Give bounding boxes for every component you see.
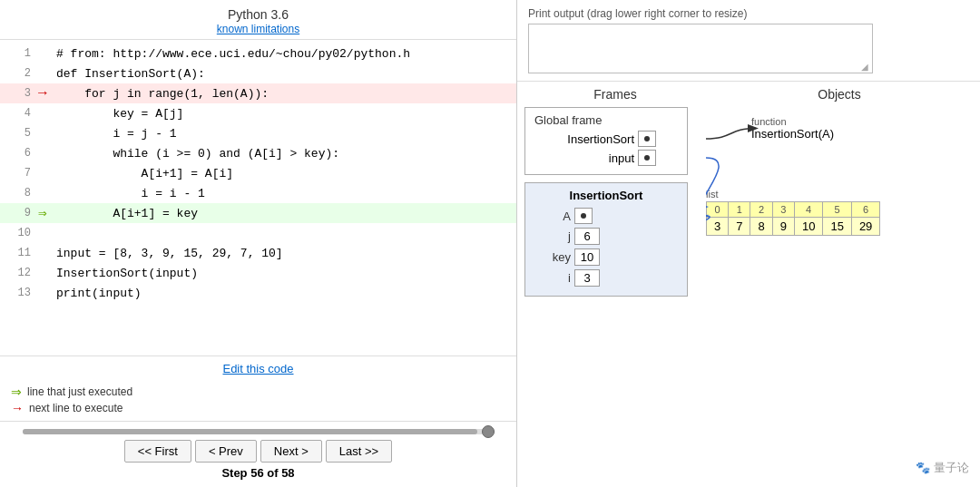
code-line-3: 3→ for j in range(1, len(A)): — [0, 83, 516, 103]
code-line-8: 8 i = i - 1 — [0, 183, 516, 203]
list-index-0: 0 — [707, 202, 729, 218]
objects-header: Objects — [706, 87, 973, 102]
edit-this-code-link[interactable]: Edit this code — [222, 362, 293, 375]
list-table: 0123456 3789101529 — [706, 201, 880, 236]
code-area: 1# from: http://www.ece.uci.edu/~chou/py… — [0, 40, 516, 356]
line-num-2: 2 — [4, 67, 31, 80]
is-row-key: key 10 — [534, 248, 678, 266]
list-index-2: 2 — [750, 202, 772, 218]
slider-thumb[interactable] — [482, 425, 495, 438]
code-text-4: key = A[j] — [56, 107, 183, 121]
print-output-box[interactable]: ◢ — [528, 24, 873, 73]
global-frame-insertionsort-dot-box — [638, 131, 656, 147]
line-num-9: 9 — [4, 207, 31, 219]
line-num-13: 13 — [4, 287, 31, 299]
resize-handle-icon[interactable]: ◢ — [861, 62, 870, 71]
frames-objects-area: Frames Objects Global frame InsertionSor… — [517, 82, 980, 487]
step-info: Step 56 of 58 — [221, 466, 294, 480]
code-text-11: input = [8, 3, 9, 15, 29, 7, 10] — [56, 247, 283, 260]
legend-red-arrow-icon: → — [11, 401, 24, 415]
global-frame-row-input: input — [534, 150, 678, 166]
fo-content: Global frame InsertionSort input — [524, 107, 973, 487]
global-frame-box: Global frame InsertionSort input — [524, 107, 688, 175]
is-row-a-label: A — [534, 209, 571, 223]
frames-header: Frames — [524, 87, 706, 102]
left-panel: Python 3.6 known limitations 1# from: ht… — [0, 0, 517, 487]
line-num-3: 3 — [4, 87, 31, 100]
list-value-4: 10 — [794, 218, 822, 236]
code-text-3: for j in range(1, len(A)): — [56, 87, 269, 101]
watermark: 🐾 量子论 — [916, 460, 969, 476]
list-index-5: 5 — [823, 202, 851, 218]
line-num-10: 10 — [4, 227, 31, 239]
objects-col: function InsertionSort(A) list 0123456 3… — [706, 107, 973, 487]
is-row-a: A — [534, 208, 678, 224]
list-value-0: 3 — [707, 218, 729, 236]
frames-col: Global frame InsertionSort input — [524, 107, 706, 487]
list-value-5: 15 — [823, 218, 851, 236]
list-value-6: 29 — [851, 218, 879, 236]
insertion-sort-frame-title: InsertionSort — [534, 189, 678, 202]
is-row-a-dot-box — [574, 208, 593, 224]
global-frame-insertionsort-label: InsertionSort — [534, 132, 634, 146]
line-arrow-3: → — [38, 85, 56, 102]
function-name: InsertionSort(A) — [751, 127, 834, 141]
code-line-13: 13print(input) — [0, 283, 516, 303]
code-line-4: 4 key = A[j] — [0, 103, 516, 123]
code-line-1: 1# from: http://www.ece.uci.edu/~chou/py… — [0, 44, 516, 63]
slider-fill — [23, 429, 478, 434]
slider-track[interactable] — [23, 429, 495, 434]
list-index-6: 6 — [851, 202, 879, 218]
global-frame-label: Global frame — [534, 113, 678, 127]
line-arrow-9: ⇒ — [38, 204, 56, 222]
code-line-9: 9⇒ A[i+1] = key — [0, 203, 516, 223]
fo-header: Frames Objects — [524, 82, 973, 107]
list-obj-box: list 0123456 3789101529 — [706, 189, 880, 236]
is-row-key-value: 10 — [574, 248, 600, 266]
legend-red-text: next line to execute — [29, 402, 122, 414]
is-row-j-value: 6 — [574, 228, 600, 245]
legend-area: ⇒ line that just executed → next line to… — [0, 381, 516, 421]
is-row-key-label: key — [534, 250, 571, 264]
watermark-text: 量子论 — [934, 461, 969, 474]
print-output-label: Print output (drag lower right corner to… — [528, 7, 969, 20]
python-header: Python 3.6 known limitations — [0, 0, 516, 40]
prev-button[interactable]: < Prev — [195, 440, 257, 463]
is-row-a-dot — [581, 213, 586, 219]
line-num-11: 11 — [4, 247, 31, 259]
global-frame-row-insertionsort: InsertionSort — [534, 131, 678, 147]
is-row-i-value: 3 — [574, 269, 600, 287]
is-row-j-label: j — [534, 229, 571, 243]
code-line-11: 11input = [8, 3, 9, 15, 29, 7, 10] — [0, 243, 516, 263]
watermark-icon: 🐾 — [916, 461, 930, 474]
next-button[interactable]: Next > — [260, 440, 322, 463]
last-button[interactable]: Last >> — [326, 440, 392, 463]
line-num-12: 12 — [4, 267, 31, 279]
step-slider-container — [23, 429, 495, 434]
code-text-8: i = i - 1 — [56, 187, 205, 200]
arrows-svg — [706, 107, 973, 487]
print-output-area: Print output (drag lower right corner to… — [517, 0, 980, 82]
first-button[interactable]: << First — [124, 440, 191, 463]
list-index-4: 4 — [794, 202, 822, 218]
known-limitations-link[interactable]: known limitations — [217, 23, 299, 35]
list-value-2: 8 — [750, 218, 772, 236]
code-text-9: A[i+1] = key — [56, 207, 198, 220]
python-version-title: Python 3.6 — [0, 7, 516, 22]
code-line-10: 10 — [0, 223, 516, 243]
insertion-sort-frame: InsertionSort A j 6 key 10 — [524, 182, 688, 297]
line-num-4: 4 — [4, 107, 31, 120]
code-line-2: 2def InsertionSort(A): — [0, 63, 516, 83]
list-type-label: list — [706, 189, 880, 200]
code-line-12: 12InsertionSort(input) — [0, 263, 516, 283]
function-type-label: function — [751, 116, 834, 127]
list-value-1: 7 — [729, 218, 750, 236]
nav-buttons: << First < Prev Next > Last >> — [124, 440, 392, 463]
legend-green-text: line that just executed — [27, 385, 132, 398]
nav-area: << First < Prev Next > Last >> Step 56 o… — [0, 421, 516, 487]
list-value-3: 9 — [772, 218, 794, 236]
global-frame-input-label: input — [534, 151, 634, 165]
edit-link-area: Edit this code — [0, 356, 516, 381]
is-row-i: i 3 — [534, 269, 678, 287]
code-line-5: 5 i = j - 1 — [0, 123, 516, 143]
